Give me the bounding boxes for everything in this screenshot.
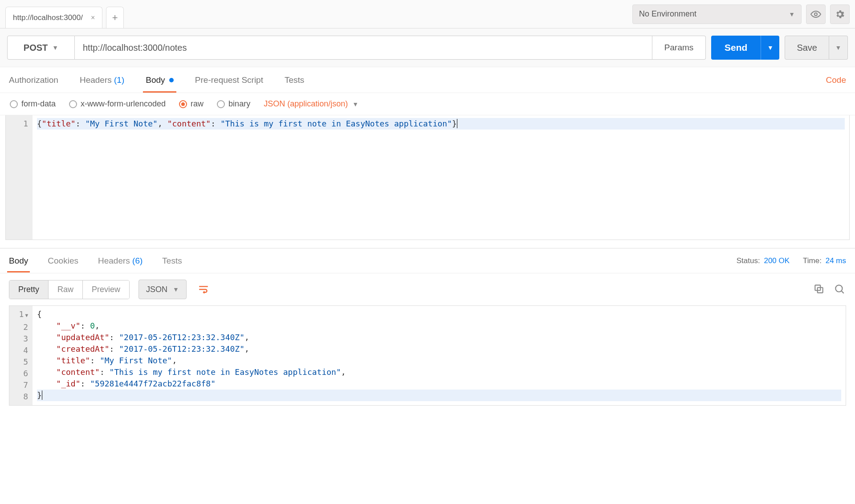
response-meta: Status: 200 OK Time: 24 ms (737, 256, 846, 265)
code-area[interactable]: {"title": "My First Note", "content": "T… (33, 115, 849, 240)
svg-point-4 (835, 285, 842, 292)
line-gutter: 1 (6, 115, 33, 240)
chevron-down-icon: ▼ (173, 286, 179, 293)
format-select[interactable]: JSON ▼ (138, 280, 187, 299)
request-body-editor[interactable]: 1 {"title": "My First Note", "content": … (5, 115, 850, 240)
code-link[interactable]: Code (826, 75, 846, 85)
gear-icon (835, 9, 845, 20)
environment-select[interactable]: No Environment ▼ (632, 4, 802, 24)
content-type-select[interactable]: JSON (application/json) ▼ (264, 99, 358, 109)
wrap-lines-button[interactable] (194, 280, 213, 299)
url-value: http://localhost:3000/notes (83, 43, 187, 53)
time-label: Time: 24 ms (803, 256, 846, 265)
top-bar: http://localhost:3000/ × + No Environmen… (0, 0, 855, 28)
copy-button[interactable] (813, 283, 826, 296)
url-input[interactable]: http://localhost:3000/notes (75, 36, 652, 60)
environment-label: No Environment (639, 9, 696, 19)
chevron-down-icon: ▼ (835, 44, 842, 51)
resp-tab-body[interactable]: Body (9, 250, 28, 272)
send-button[interactable]: Send (711, 36, 761, 60)
resp-tab-tests[interactable]: Tests (162, 250, 182, 272)
body-type-row: form-data x-www-form-urlencoded raw bina… (0, 93, 855, 115)
tab-headers[interactable]: Headers (1) (80, 68, 124, 92)
svg-line-5 (842, 291, 844, 293)
copy-icon (813, 283, 825, 295)
chevron-down-icon: ▼ (52, 44, 58, 51)
wrap-icon (198, 284, 209, 295)
svg-point-0 (814, 13, 817, 16)
params-button[interactable]: Params (652, 36, 706, 60)
tab-body[interactable]: Body (146, 68, 174, 92)
tab-tests[interactable]: Tests (285, 68, 304, 92)
resp-headers-count: (6) (132, 256, 142, 265)
response-toolbar: Pretty Raw Preview JSON ▼ (0, 273, 855, 305)
radio-binary[interactable]: binary (217, 99, 250, 109)
view-raw[interactable]: Raw (49, 280, 83, 299)
status-value: 200 OK (764, 256, 790, 265)
view-preview[interactable]: Preview (83, 280, 129, 299)
save-dropdown[interactable]: ▼ (829, 36, 848, 60)
search-button[interactable] (834, 283, 846, 296)
save-group: Save ▼ (785, 36, 848, 60)
eye-icon (810, 9, 821, 20)
radio-formdata[interactable]: form-data (10, 99, 56, 109)
send-dropdown[interactable]: ▼ (761, 36, 779, 60)
chevron-down-icon: ▼ (352, 101, 358, 108)
request-tab[interactable]: http://localhost:3000/ × (5, 7, 102, 28)
add-tab-button[interactable]: + (106, 7, 124, 28)
quicklook-button[interactable] (806, 4, 826, 24)
headers-count: (1) (114, 75, 124, 85)
tabs-section: http://localhost:3000/ × + (0, 0, 124, 28)
radio-raw[interactable]: raw (179, 99, 204, 109)
radio-icon (69, 100, 77, 108)
response-tabs: Body Cookies Headers (6) Tests Status: 2… (0, 248, 855, 273)
env-section: No Environment ▼ (632, 4, 850, 24)
view-pretty[interactable]: Pretty (9, 280, 49, 299)
code-area[interactable]: { "__v": 0, "updatedAt": "2017-05-26T12:… (33, 306, 846, 405)
response-body-editor[interactable]: 1▼ 2 3 4 5 6 7 8 { "__v": 0, "updatedAt"… (9, 305, 846, 406)
radio-icon (10, 100, 18, 108)
request-row: POST ▼ http://localhost:3000/notes Param… (0, 28, 855, 67)
method-select[interactable]: POST ▼ (7, 36, 75, 60)
response-section: Body Cookies Headers (6) Tests Status: 2… (0, 248, 855, 406)
chevron-down-icon: ▼ (767, 44, 774, 51)
time-value: 24 ms (826, 256, 846, 265)
search-icon (834, 283, 845, 295)
send-group: Send ▼ (711, 36, 779, 60)
radio-urlencoded[interactable]: x-www-form-urlencoded (69, 99, 166, 109)
request-tabs: Authorization Headers (1) Body Pre-reque… (0, 67, 855, 93)
text-cursor (457, 119, 457, 128)
resp-tab-cookies[interactable]: Cookies (48, 250, 78, 272)
status-label: Status: 200 OK (737, 256, 790, 265)
radio-icon (179, 100, 187, 108)
radio-icon (217, 100, 225, 108)
view-mode-group: Pretty Raw Preview (9, 280, 130, 299)
method-label: POST (24, 43, 48, 53)
tab-title: http://localhost:3000/ (13, 13, 83, 22)
save-button[interactable]: Save (785, 36, 829, 60)
text-cursor (42, 390, 42, 400)
close-icon[interactable]: × (91, 14, 95, 22)
resp-tab-headers[interactable]: Headers (6) (98, 250, 142, 272)
modified-dot-icon (169, 78, 174, 82)
fold-icon[interactable]: ▼ (25, 313, 28, 318)
tab-authorization[interactable]: Authorization (9, 68, 58, 92)
line-gutter: 1▼ 2 3 4 5 6 7 8 (9, 306, 33, 405)
settings-button[interactable] (830, 4, 850, 24)
chevron-down-icon: ▼ (789, 11, 795, 18)
tab-prerequest[interactable]: Pre-request Script (195, 68, 263, 92)
